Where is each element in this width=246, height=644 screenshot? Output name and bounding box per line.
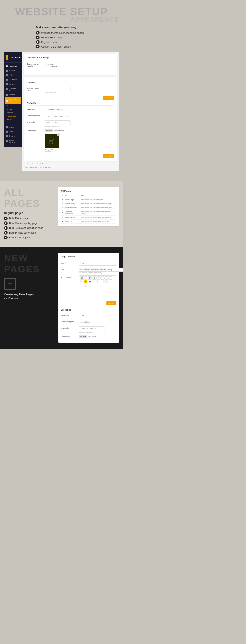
table-row: 1 Home Page https://test2021sh.activeitz…	[61, 198, 116, 202]
meta-title-input[interactable]	[45, 108, 114, 112]
file-selected-text: 1 File selected	[54, 130, 65, 132]
pages-list-item-1: Build Return pages	[4, 216, 54, 220]
feature-item-1: Website theme color changing option	[36, 31, 119, 34]
seo-keywords-wrapper: Separate with come	[79, 326, 116, 333]
feature-item-3: Keyword setup	[36, 40, 119, 44]
sidebar-item-support[interactable]: Support	[4, 92, 22, 97]
sidebar-sub-banners[interactable]: Banners	[4, 111, 22, 114]
save-row: Save	[61, 300, 116, 306]
new-pages-left: NEW PAGES + Create any New Pages as You …	[4, 252, 56, 300]
sidebar-item-addon-manager[interactable]: Add-on Manager	[4, 138, 22, 144]
page-title-input[interactable]	[79, 261, 116, 266]
editor-hr[interactable]: —	[93, 280, 97, 284]
keywords-input[interactable]	[45, 120, 71, 125]
sidebar-item-orders[interactable]: Orders	[4, 73, 22, 78]
addon-icon	[5, 140, 7, 142]
add-new-page-button[interactable]: +	[4, 278, 16, 290]
theme-color-input[interactable]: #F5A100	[45, 87, 71, 92]
hero-features-list: Website theme color changing option Glob…	[36, 31, 119, 48]
file-input-row: Browse 1 File selected	[45, 129, 114, 132]
pages-list-item-2: Build Warranty policy page	[4, 222, 54, 225]
page-content-card: Page Content Title * Link *	[58, 252, 119, 343]
general-update-button[interactable]: Update	[103, 96, 114, 100]
sidebar-sub-footer[interactable]: Footer	[4, 108, 22, 111]
slug-input[interactable]	[107, 268, 123, 272]
editor-strikethrough[interactable]: S	[92, 276, 96, 280]
editor-list-ol[interactable]: ≡	[105, 276, 108, 280]
play-icon-p5	[4, 236, 7, 240]
sidebar-item-uploaded-files[interactable]: Uploaded Files	[4, 86, 22, 92]
sidebar-item-settings[interactable]: Settings	[4, 125, 22, 130]
sidebar-item-staffs[interactable]: Staffs	[4, 130, 22, 134]
editor-toolbar: B I U S " ≡ ≡ ≡ / A ⊞ — ∞	[79, 276, 116, 284]
editor-highlight[interactable]: A	[84, 280, 88, 284]
save-page-button[interactable]: Save	[107, 301, 116, 305]
meta-desc-input[interactable]	[45, 114, 114, 118]
table-header-row: # Name URL	[61, 194, 116, 198]
editor-link[interactable]: ∞	[98, 280, 101, 284]
general-card: General Website Theme Color #F5A100 Hex …	[24, 77, 117, 161]
sidebar-item-system[interactable]: System	[4, 134, 22, 138]
sidebar-sub-header[interactable]: Header	[4, 104, 22, 108]
seo-keywords-group: Keywords Separate with come	[61, 326, 116, 333]
meta-image-group: Meta Image Browse 1 File selected × 🛒 Gr…	[27, 129, 114, 152]
browse-button[interactable]: Browse	[45, 129, 53, 132]
play-icon-4	[36, 45, 39, 48]
editor-underline[interactable]: U	[88, 276, 92, 280]
sidebar-item-website-setup[interactable]: Website Setup	[5, 98, 21, 104]
sidebar-sub-pages[interactable]: Pages	[4, 118, 22, 121]
hero-subtitle: APPEARENCE	[4, 16, 119, 23]
seo-keywords-input[interactable]	[79, 326, 105, 331]
hero-section: WEBSITE SETUP APPEARENCE Make your websi…	[0, 0, 123, 181]
custom-css-input[interactable]: <style> ...</style>	[45, 62, 114, 70]
row-url-3: https://test2021sh.activeitzone.com/term…	[80, 210, 116, 216]
editor-separator[interactable]: /	[80, 280, 83, 284]
page-content-card-title: Page Content	[61, 256, 116, 259]
play-icon-p2	[4, 222, 7, 225]
sidebar-item-product[interactable]: Product	[4, 68, 22, 73]
header-script-label: Header custom script - before </head>	[24, 163, 117, 165]
theme-color-input-wrapper: #F5A100 Hex Color Code	[45, 87, 114, 94]
seo-update-button[interactable]: Update	[103, 154, 114, 158]
sidebar-item-dashboard[interactable]: Dashboard	[4, 64, 22, 68]
sidebar-sub-appearence[interactable]: Appearence	[4, 114, 22, 118]
editor-embed[interactable]: ⊡	[106, 280, 110, 284]
sidebar-logo: 🛒 THE SHOP	[4, 54, 22, 62]
content-group: Add Content * B I U S " ≡ ≡ ≡	[61, 276, 116, 296]
staffs-icon	[5, 130, 7, 132]
editor-indent[interactable]: ≡	[109, 276, 112, 280]
theme-color-hint: Hex Color Code	[45, 92, 114, 94]
seo-meta-image-group: Meta Image Browse Choose file	[61, 335, 116, 338]
feature-item-2: Global SEO setup	[36, 36, 119, 39]
editor-wrapper: B I U S " ≡ ≡ ≡ / A ⊞ — ∞	[79, 276, 116, 296]
new-pages-inner: NEW PAGES + Create any New Pages as You …	[4, 252, 119, 343]
row-num-4: 5	[61, 216, 64, 220]
keywords-group: Keywords Separate with come	[27, 120, 114, 127]
row-name-4: Privacy Policy	[64, 216, 80, 220]
sidebar-item-customers[interactable]: Customers	[4, 78, 22, 82]
table-row: 2 Return Policy https://test2021sh.activ…	[61, 202, 116, 206]
editor-italic[interactable]: I	[85, 276, 88, 280]
custom-css-group: Custom css for website <style> ...</styl…	[27, 62, 114, 70]
image-preview: × 🛒	[45, 134, 59, 148]
seo-meta-desc-input[interactable]	[79, 320, 116, 324]
editor-content-area[interactable]: Content	[79, 284, 116, 296]
footer-script-label: Footer custom script - before </body>	[24, 166, 117, 168]
new-pages-right: Page Content Title * Link *	[58, 252, 119, 343]
seo-meta-title-input[interactable]	[79, 314, 116, 318]
close-preview-button[interactable]: ×	[57, 134, 60, 136]
sidebar-item-marketing[interactable]: Marketing	[4, 82, 22, 86]
global-seo-title: Global Seo	[27, 102, 114, 106]
editor-undo[interactable]: ↩	[102, 280, 106, 284]
seo-browse-button[interactable]: Browse	[79, 335, 88, 338]
row-name-3: Term and Conditions	[64, 210, 80, 216]
editor-bold[interactable]: B	[80, 276, 84, 280]
editor-quote[interactable]: "	[97, 276, 100, 280]
editor-list-ul[interactable]: ≡	[101, 276, 104, 280]
separator-1	[61, 298, 116, 298]
row-num-1: 2	[61, 202, 64, 206]
link-prefix: https://test2021sh.activeitzone.com/	[79, 268, 107, 272]
col-num: #	[61, 194, 64, 198]
seo-meta-desc-group: Meta description	[61, 320, 116, 324]
editor-table[interactable]: ⊞	[88, 280, 92, 284]
